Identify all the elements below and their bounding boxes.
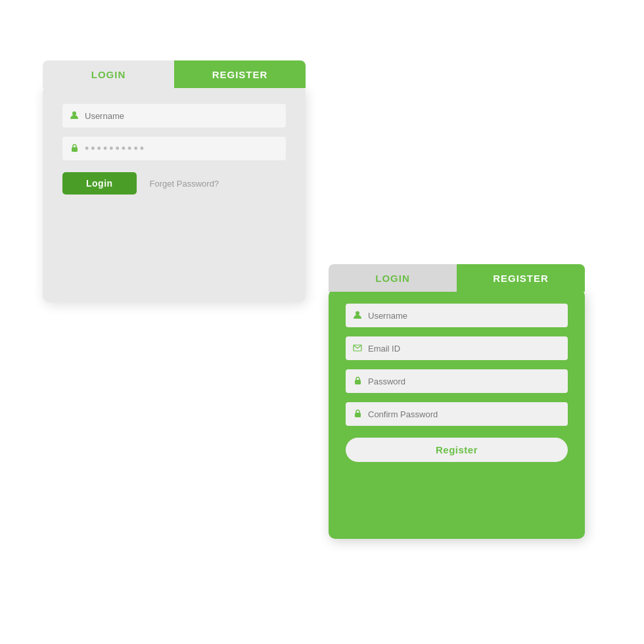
tab-register-label-card1: REGISTER bbox=[212, 69, 268, 80]
svg-point-0 bbox=[72, 111, 76, 115]
tab-login-card1[interactable]: LOGIN bbox=[43, 60, 174, 88]
tab-login-label-card1: LOGIN bbox=[91, 69, 126, 80]
login-button[interactable]: Login bbox=[62, 172, 137, 195]
username-input-row-card1 bbox=[62, 104, 286, 127]
login-card: LOGIN REGISTER ••••••••• bbox=[43, 85, 306, 302]
password-input-card2[interactable] bbox=[368, 377, 561, 386]
register-card: LOGIN REGISTER bbox=[329, 289, 585, 539]
mail-icon bbox=[352, 343, 363, 354]
tab-register-card1[interactable]: REGISTER bbox=[174, 60, 306, 88]
card2-form-body: Register bbox=[329, 289, 585, 476]
password-input-row-card1: •••••••••• bbox=[62, 137, 286, 160]
tab-login-label-card2: LOGIN bbox=[375, 273, 410, 284]
username-input-card2[interactable] bbox=[368, 311, 561, 321]
username-input-row-card2 bbox=[346, 304, 568, 327]
email-input[interactable] bbox=[368, 344, 561, 354]
email-input-row bbox=[346, 336, 568, 360]
login-button-label: Login bbox=[86, 178, 113, 189]
lock-icon-card2 bbox=[352, 376, 363, 387]
card1-actions: Login Forget Password? bbox=[62, 172, 286, 195]
card1-form-body: •••••••••• Login Forget Password? bbox=[43, 85, 306, 210]
svg-point-2 bbox=[356, 311, 359, 315]
svg-rect-1 bbox=[72, 147, 78, 152]
password-input-row-card2 bbox=[346, 369, 568, 393]
card2-tabs: LOGIN REGISTER bbox=[329, 264, 585, 292]
tab-login-card2[interactable]: LOGIN bbox=[329, 264, 457, 292]
register-button-label: Register bbox=[436, 444, 478, 455]
svg-rect-5 bbox=[355, 413, 361, 417]
tab-register-card2[interactable]: REGISTER bbox=[457, 264, 585, 292]
confirm-password-input[interactable] bbox=[368, 409, 561, 419]
user-icon-card2 bbox=[352, 310, 363, 321]
confirm-password-input-row bbox=[346, 402, 568, 426]
username-input-card1[interactable] bbox=[85, 111, 279, 121]
svg-rect-4 bbox=[355, 380, 361, 384]
user-icon-card1 bbox=[69, 110, 80, 122]
password-dots-card1: •••••••••• bbox=[85, 142, 146, 156]
card1-tabs: LOGIN REGISTER bbox=[43, 60, 306, 88]
lock-icon-confirm bbox=[352, 409, 363, 420]
forget-password-link[interactable]: Forget Password? bbox=[150, 179, 219, 189]
register-button[interactable]: Register bbox=[346, 438, 568, 462]
tab-register-label-card2: REGISTER bbox=[493, 273, 549, 284]
lock-icon-card1 bbox=[69, 143, 80, 154]
